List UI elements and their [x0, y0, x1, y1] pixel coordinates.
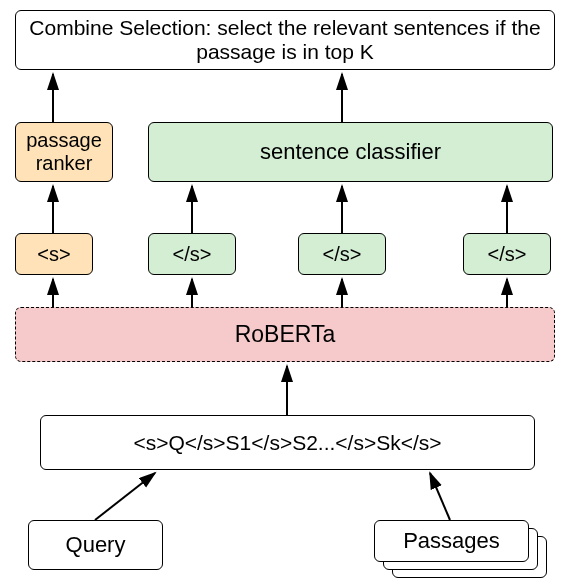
- token-s-box: <s>: [15, 233, 93, 275]
- sentence-classifier-box: sentence classifier: [148, 122, 553, 182]
- arrows-layer: [0, 0, 568, 586]
- passages-box: Passages: [374, 520, 529, 562]
- query-box: Query: [28, 520, 163, 570]
- token-cs2-box: </s>: [298, 233, 386, 275]
- svg-line-1: [430, 473, 450, 520]
- input-sequence-box: <s>Q</s>S1</s>S2...</s>Sk</s>: [40, 415, 535, 470]
- passage-ranker-box: passage ranker: [15, 122, 113, 182]
- token-cs3-box: </s>: [463, 233, 551, 275]
- svg-line-0: [95, 473, 155, 520]
- roberta-box: RoBERTa: [15, 307, 555, 362]
- token-cs1-box: </s>: [148, 233, 236, 275]
- combine-box: Combine Selection: select the relevant s…: [15, 10, 555, 70]
